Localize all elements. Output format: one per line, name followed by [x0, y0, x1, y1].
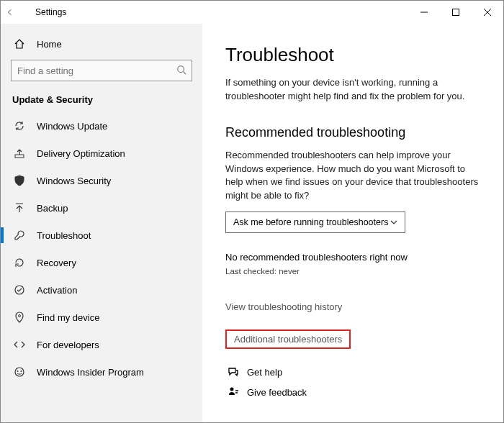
sidebar-item-label: Activation	[37, 285, 77, 296]
close-button[interactable]	[472, 1, 503, 24]
svg-point-12	[230, 388, 234, 391]
insider-icon	[12, 366, 27, 378]
sidebar-item-backup[interactable]: Backup	[1, 194, 202, 222]
home-button[interactable]: Home	[1, 32, 202, 55]
back-button[interactable]	[6, 9, 27, 16]
nav-list: Windows Update Delivery Optimization Win…	[1, 112, 202, 386]
svg-rect-6	[15, 155, 24, 158]
sync-icon	[12, 120, 27, 132]
sidebar-item-label: Windows Security	[37, 176, 111, 186]
sidebar-item-label: Troubleshoot	[37, 230, 91, 241]
recovery-icon	[12, 257, 27, 268]
sidebar-item-delivery-optimization[interactable]: Delivery Optimization	[1, 140, 202, 167]
dropdown-value: Ask me before running troubleshooters	[233, 217, 388, 227]
sidebar-item-label: Recovery	[37, 258, 76, 268]
location-icon	[12, 311, 27, 323]
additional-troubleshooters-highlight: Additional troubleshooters	[225, 329, 351, 349]
page-title: Troubleshoot	[225, 44, 483, 66]
home-icon	[12, 38, 27, 50]
wrench-icon	[12, 229, 27, 241]
maximize-button[interactable]	[440, 1, 472, 24]
svg-point-10	[17, 370, 19, 372]
sidebar-item-find-my-device[interactable]: Find my device	[1, 304, 202, 331]
give-feedback-label: Give feedback	[247, 387, 307, 398]
feedback-icon	[225, 386, 241, 398]
sidebar-item-label: Windows Update	[37, 121, 107, 132]
svg-point-4	[178, 66, 184, 73]
view-history-link[interactable]: View troubleshooting history	[225, 301, 342, 312]
sidebar-item-troubleshoot[interactable]: Troubleshoot	[1, 222, 202, 249]
sidebar-item-label: Backup	[37, 203, 68, 214]
code-icon	[12, 339, 27, 350]
sidebar-item-windows-insider[interactable]: Windows Insider Program	[1, 358, 202, 386]
recommended-heading: Recommended troubleshooting	[225, 125, 483, 140]
troubleshoot-preference-dropdown[interactable]: Ask me before running troubleshooters	[225, 212, 405, 233]
give-feedback-link[interactable]: Give feedback	[225, 382, 483, 402]
svg-point-9	[15, 368, 24, 376]
last-checked-text: Last checked: never	[225, 267, 483, 276]
no-recommended-text: No recommended troubleshooters right now	[225, 252, 483, 263]
get-help-label: Get help	[247, 367, 282, 378]
chevron-down-icon	[390, 219, 397, 226]
svg-point-11	[21, 370, 22, 372]
sidebar-item-label: Find my device	[37, 312, 99, 323]
svg-point-8	[19, 315, 21, 317]
recommended-desc: Recommended troubleshooters can help imp…	[225, 149, 483, 203]
shield-icon	[12, 175, 27, 186]
section-header: Update & Security	[1, 90, 202, 112]
sidebar: Home Update & Security Windows Update	[1, 24, 202, 422]
sidebar-item-activation[interactable]: Activation	[1, 276, 202, 304]
search-input[interactable]	[11, 60, 192, 81]
svg-point-7	[15, 286, 24, 294]
additional-troubleshooters-link[interactable]: Additional troubleshooters	[234, 334, 342, 345]
backup-icon	[12, 202, 27, 214]
sidebar-item-label: For developers	[37, 340, 99, 350]
settings-window: Settings Home Update	[0, 0, 504, 423]
activation-icon	[12, 284, 27, 296]
search-icon	[176, 65, 186, 75]
search-box[interactable]	[11, 60, 192, 81]
sidebar-item-windows-update[interactable]: Windows Update	[1, 112, 202, 140]
chat-icon	[225, 366, 241, 378]
get-help-link[interactable]: Get help	[225, 362, 483, 382]
minimize-button[interactable]	[408, 1, 440, 24]
titlebar: Settings	[1, 1, 503, 24]
sidebar-item-label: Delivery Optimization	[37, 148, 125, 159]
sidebar-item-windows-security[interactable]: Windows Security	[1, 167, 202, 194]
home-label: Home	[37, 39, 62, 50]
sidebar-item-recovery[interactable]: Recovery	[1, 249, 202, 276]
window-controls	[408, 1, 503, 24]
intro-text: If something on your device isn't workin…	[225, 76, 483, 104]
sidebar-item-for-developers[interactable]: For developers	[1, 331, 202, 358]
window-title: Settings	[35, 7, 66, 17]
svg-rect-1	[453, 9, 459, 16]
svg-line-5	[184, 72, 186, 75]
sidebar-item-label: Windows Insider Program	[37, 367, 144, 378]
content: Troubleshoot If something on your device…	[202, 24, 503, 422]
delivery-icon	[12, 147, 27, 159]
